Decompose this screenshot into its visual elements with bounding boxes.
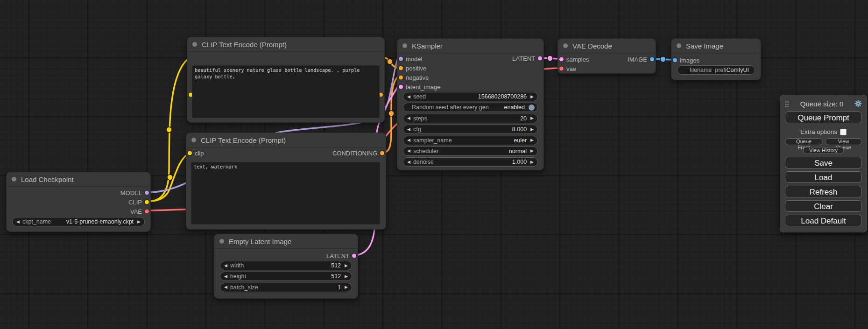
next-arrow-icon[interactable]: ▶ (137, 220, 141, 224)
image-port-dot[interactable] (673, 58, 677, 63)
latent-port-dot[interactable] (559, 57, 564, 62)
node-empty-latent-image[interactable]: Empty Latent Image LATENT ◀ width 512 ▶ … (214, 234, 358, 299)
random-seed-toggle-widget[interactable]: Random seed after every gen enabled (403, 103, 538, 112)
input-port-clip[interactable]: clip (186, 148, 204, 158)
output-port-model[interactable]: MODEL (120, 188, 150, 197)
vae-port-dot[interactable] (145, 210, 149, 214)
decrement-arrow-icon[interactable]: ◀ (224, 285, 227, 289)
increment-arrow-icon[interactable]: ▶ (530, 138, 534, 142)
input-port-samples[interactable]: samples (558, 55, 589, 64)
decrement-arrow-icon[interactable]: ◀ (407, 160, 410, 164)
node-load-checkpoint[interactable]: Load Checkpoint MODEL CLIP VAE ◀ ckpt_na… (6, 172, 151, 232)
output-port-clip[interactable]: CLIP (128, 197, 150, 207)
latent-port-dot[interactable] (538, 56, 542, 61)
decrement-arrow-icon[interactable]: ◀ (407, 95, 410, 99)
increment-arrow-icon[interactable]: ▶ (530, 95, 534, 99)
scheduler-widget[interactable]: ◀ scheduler normal ▶ (403, 147, 538, 156)
decrement-arrow-icon[interactable]: ◀ (407, 127, 410, 132)
collapse-dot-icon[interactable] (402, 43, 407, 48)
collapse-dot-icon[interactable] (192, 42, 197, 47)
decrement-arrow-icon[interactable]: ◀ (224, 274, 227, 279)
collapse-dot-icon[interactable] (12, 177, 16, 182)
previous-arrow-icon[interactable]: ◀ (16, 220, 20, 224)
output-port-latent[interactable]: LATENT (326, 251, 358, 260)
settings-gear-icon[interactable] (854, 100, 862, 107)
refresh-button[interactable]: Refresh (785, 186, 862, 197)
width-widget[interactable]: ◀ width 512 ▶ (220, 261, 352, 270)
decrement-arrow-icon[interactable]: ◀ (407, 149, 410, 153)
port-label: positive (406, 65, 426, 72)
prompt-textarea[interactable]: text, watermark (191, 162, 380, 224)
view-history-button[interactable]: View History (803, 147, 844, 154)
input-port-latent-image[interactable]: latent_image (397, 82, 440, 91)
height-widget[interactable]: ◀ height 512 ▶ (220, 272, 352, 281)
collapse-dot-icon[interactable] (677, 43, 681, 48)
input-port-positive[interactable]: positive (397, 63, 426, 73)
node-clip-text-encode-negative[interactable]: CLIP Text Encode (Prompt) clip CONDITION… (186, 133, 386, 230)
vae-port-dot[interactable] (559, 67, 564, 71)
seed-widget[interactable]: ◀ seed 156680208700286 ▶ (403, 92, 538, 101)
increment-arrow-icon[interactable]: ▶ (530, 127, 534, 132)
increment-arrow-icon[interactable]: ▶ (530, 149, 534, 153)
node-ksampler[interactable]: KSampler model positive negative latent_… (397, 38, 544, 170)
node-title-bar[interactable]: Empty Latent Image (214, 234, 358, 249)
output-port-latent[interactable]: LATENT (512, 54, 543, 63)
input-port-images[interactable]: images (671, 56, 699, 65)
output-port-image[interactable]: IMAGE (628, 55, 656, 64)
node-clip-text-encode-positive[interactable]: CLIP Text Encode (Prompt) clip CONDITION… (187, 37, 385, 123)
collapse-dot-icon[interactable] (563, 43, 568, 48)
queue-prompt-button[interactable]: Queue Prompt (785, 112, 862, 123)
view-queue-button[interactable]: View Queue (825, 138, 862, 145)
node-vae-decode[interactable]: VAE Decode samples vae IMAGE (557, 38, 656, 74)
clip-port-dot[interactable] (145, 200, 149, 204)
input-port-negative[interactable]: negative (397, 73, 429, 82)
model-port-dot[interactable] (145, 191, 149, 195)
toggle-dot[interactable] (529, 105, 535, 111)
node-title-bar[interactable]: CLIP Text Encode (Prompt) (187, 37, 384, 52)
conditioning-port-dot[interactable] (380, 151, 384, 155)
increment-arrow-icon[interactable]: ▶ (345, 285, 348, 289)
increment-arrow-icon[interactable]: ▶ (530, 160, 534, 164)
output-port-vae[interactable]: VAE (130, 207, 150, 216)
clip-port-dot[interactable] (188, 151, 192, 155)
collapse-dot-icon[interactable] (191, 138, 196, 142)
input-port-model[interactable]: model (397, 54, 422, 63)
cfg-widget[interactable]: ◀ cfg 8.000 ▶ (403, 125, 538, 134)
clear-button[interactable]: Clear (785, 200, 862, 212)
denoise-widget[interactable]: ◀ denoise 1.000 ▶ (403, 157, 538, 167)
node-title-bar[interactable]: Load Checkpoint (7, 172, 150, 187)
node-title-bar[interactable]: VAE Decode (558, 39, 656, 53)
decrement-arrow-icon[interactable]: ◀ (407, 138, 410, 142)
increment-arrow-icon[interactable]: ▶ (345, 264, 348, 268)
decrement-arrow-icon[interactable]: ◀ (224, 264, 227, 268)
prompt-textarea[interactable]: beautiful scenery nature glass bottle la… (192, 65, 380, 118)
latent-port-dot[interactable] (352, 254, 356, 258)
filename-prefix-widget[interactable]: filename_prefix ComfyUI (677, 65, 755, 75)
output-port-conditioning[interactable]: CONDITIONING (332, 148, 386, 158)
input-port-vae[interactable]: vae (558, 64, 576, 73)
conditioning-port-dot[interactable] (399, 66, 403, 70)
increment-arrow-icon[interactable]: ▶ (345, 274, 348, 279)
node-title-bar[interactable]: KSampler (397, 39, 543, 53)
model-port-dot[interactable] (399, 57, 403, 61)
decrement-arrow-icon[interactable]: ◀ (407, 116, 410, 120)
extra-options-checkbox[interactable] (840, 129, 847, 135)
collapse-dot-icon[interactable] (219, 239, 224, 244)
increment-arrow-icon[interactable]: ▶ (530, 116, 534, 120)
drag-handle-icon[interactable] (785, 101, 789, 107)
node-save-image[interactable]: Save Image images filename_prefix ComfyU… (671, 38, 761, 80)
node-title-bar[interactable]: CLIP Text Encode (Prompt) (186, 133, 386, 147)
node-title-bar[interactable]: Save Image (671, 39, 761, 53)
ckpt-name-widget[interactable]: ◀ ckpt_name v1-5-pruned-emaonly.ckpt ▶ (12, 217, 145, 226)
batch-size-widget[interactable]: ◀ batch_size 1 ▶ (220, 283, 352, 292)
load-default-button[interactable]: Load Default (785, 215, 862, 226)
queue-front-button[interactable]: Queue Front (785, 138, 823, 145)
steps-widget[interactable]: ◀ steps 20 ▶ (403, 114, 538, 123)
image-port-dot[interactable] (650, 57, 654, 62)
latent-port-dot[interactable] (399, 85, 403, 89)
graph-canvas[interactable]: CLIP Text Encode (Prompt) clip CONDITION… (0, 0, 868, 329)
conditioning-port-dot[interactable] (399, 76, 403, 80)
load-button[interactable]: Load (785, 171, 862, 183)
sampler-name-widget[interactable]: ◀ sampler_name euler ▶ (403, 136, 538, 145)
save-button[interactable]: Save (785, 157, 862, 168)
